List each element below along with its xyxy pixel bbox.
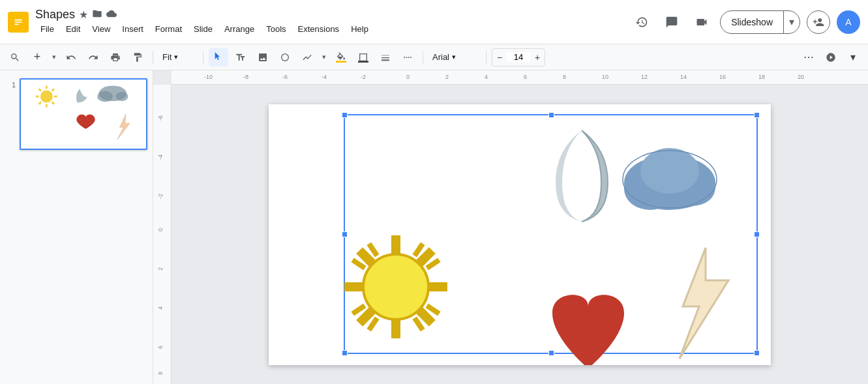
- cloud-icon[interactable]: [106, 8, 117, 21]
- text-box-tool[interactable]: [231, 48, 250, 66]
- svg-line-63: [370, 246, 376, 254]
- add-dropdown[interactable]: ▾: [50, 48, 59, 66]
- search-button[interactable]: [5, 48, 25, 66]
- slideshow-button[interactable]: Slideshow ▾: [720, 10, 800, 34]
- svg-rect-5: [336, 61, 346, 63]
- svg-rect-6: [358, 61, 368, 63]
- svg-text:-10: -10: [204, 74, 213, 80]
- svg-marker-71: [680, 248, 728, 359]
- svg-line-9: [52, 89, 54, 91]
- svg-line-60: [370, 320, 376, 328]
- paint-format-button[interactable]: [128, 48, 147, 66]
- svg-line-13: [39, 102, 41, 104]
- border-color-button[interactable]: [353, 48, 373, 66]
- svg-line-53: [363, 314, 369, 320]
- menu-edit[interactable]: Edit: [61, 22, 85, 37]
- main-area: 1: [0, 70, 868, 384]
- svg-text:12: 12: [641, 74, 648, 80]
- menu-slide[interactable]: Slide: [188, 22, 218, 37]
- app-logo[interactable]: [8, 12, 29, 33]
- chat-button[interactable]: [660, 10, 683, 34]
- toolbar-right: ⋯ ▾: [799, 48, 863, 66]
- svg-point-7: [40, 91, 53, 103]
- doc-title-text[interactable]: Shapes: [35, 8, 75, 22]
- font-family-select[interactable]: Arial▾: [428, 48, 481, 66]
- slide-number-1: 1: [5, 78, 16, 89]
- font-size-decrease[interactable]: −: [492, 49, 507, 66]
- menu-view[interactable]: View: [87, 22, 115, 37]
- animation-button[interactable]: [821, 48, 841, 66]
- collapse-button[interactable]: ▾: [843, 48, 863, 66]
- svg-text:-2: -2: [157, 194, 164, 199]
- line-tool[interactable]: [297, 48, 317, 66]
- svg-text:-2: -2: [361, 74, 366, 80]
- ruler-top: -10 -8 -6 -4 -2 0 2 4 6 8 10 12 14 16 18…: [172, 70, 868, 85]
- menu-arrange[interactable]: Arrange: [219, 22, 260, 37]
- redo-button[interactable]: [83, 48, 103, 66]
- border-weight-button[interactable]: [376, 48, 395, 66]
- svg-rect-38: [153, 85, 172, 384]
- font-size-area: − +: [492, 48, 545, 66]
- border-dash-button[interactable]: [398, 48, 417, 66]
- svg-line-55: [363, 254, 369, 260]
- more-options-button[interactable]: ⋯: [799, 48, 818, 66]
- image-tool[interactable]: [253, 48, 273, 66]
- font-size-input[interactable]: [507, 52, 530, 62]
- history-button[interactable]: [630, 10, 653, 34]
- svg-text:14: 14: [680, 74, 687, 80]
- title-bar: Shapes ★ File Edit View Insert Format Sl…: [0, 0, 868, 44]
- menu-format[interactable]: Format: [150, 22, 187, 37]
- menu-help[interactable]: Help: [346, 22, 374, 37]
- star-icon[interactable]: ★: [79, 8, 88, 21]
- undo-button[interactable]: [61, 48, 81, 66]
- font-size-increase[interactable]: +: [530, 49, 545, 66]
- svg-text:-4: -4: [157, 155, 164, 160]
- line-dropdown[interactable]: ▾: [320, 48, 329, 66]
- svg-rect-1: [14, 19, 22, 20]
- separator-1: [153, 51, 153, 64]
- svg-point-4: [282, 53, 289, 61]
- separator-2: [203, 51, 203, 64]
- add-button[interactable]: +: [27, 48, 47, 66]
- svg-line-62: [355, 261, 363, 267]
- print-button[interactable]: [106, 48, 125, 66]
- svg-point-17: [97, 91, 113, 102]
- slideshow-dropdown-arrow[interactable]: ▾: [783, 11, 800, 33]
- slide-canvas: [172, 85, 868, 384]
- menu-bar: File Edit View Insert Format Slide Arran…: [35, 22, 374, 37]
- svg-text:-8: -8: [243, 74, 248, 80]
- svg-line-58: [429, 307, 437, 312]
- cursor-tool[interactable]: [209, 48, 228, 66]
- svg-text:2: 2: [445, 74, 449, 80]
- separator-4: [486, 51, 486, 64]
- folder-icon[interactable]: [92, 8, 102, 21]
- menu-file[interactable]: File: [35, 22, 59, 37]
- svg-line-57: [429, 261, 437, 267]
- slideshow-label: Slideshow: [721, 17, 783, 27]
- slide-page[interactable]: [269, 104, 771, 365]
- menu-tools[interactable]: Tools: [261, 22, 291, 37]
- zoom-select[interactable]: Fit▾: [158, 48, 198, 66]
- slide-thumbnail-1[interactable]: [20, 78, 147, 150]
- svg-text:0: 0: [406, 74, 410, 80]
- menu-insert[interactable]: Insert: [117, 22, 149, 37]
- svg-line-51: [423, 314, 429, 320]
- toolbar: + ▾ Fit▾ ▾ Arial▾: [0, 44, 868, 70]
- video-button[interactable]: [690, 10, 713, 34]
- menu-extensions[interactable]: Extensions: [293, 22, 345, 37]
- svg-rect-3: [14, 23, 19, 25]
- svg-text:6: 6: [157, 346, 164, 349]
- svg-line-11: [52, 102, 54, 104]
- fill-color-button[interactable]: [331, 48, 351, 66]
- user-avatar[interactable]: A: [837, 10, 860, 34]
- svg-text:16: 16: [719, 74, 726, 80]
- svg-line-59: [416, 320, 421, 328]
- svg-text:8: 8: [563, 74, 566, 80]
- svg-text:0: 0: [157, 228, 164, 231]
- svg-text:10: 10: [602, 74, 608, 80]
- add-person-button[interactable]: [807, 10, 830, 34]
- svg-text:-6: -6: [282, 74, 288, 80]
- shape-tool[interactable]: [275, 48, 295, 66]
- svg-text:18: 18: [758, 74, 765, 80]
- canvas-area: -10 -8 -6 -4 -2 0 2 4 6 8 10 12 14 16 18…: [153, 70, 868, 384]
